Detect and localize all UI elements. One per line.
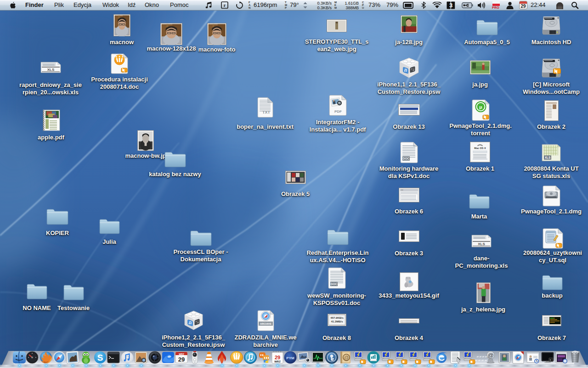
svg-text:r: r: [224, 3, 226, 8]
svg-text:29: 29: [178, 356, 185, 363]
svg-text:Mac OS X: Mac OS X: [474, 147, 486, 150]
svg-text:µ: µ: [479, 104, 482, 109]
svg-text:WRZ: WRZ: [179, 353, 184, 356]
svg-text:XLS: XLS: [478, 242, 485, 246]
svg-text:29: 29: [275, 355, 280, 360]
svg-text:PDF: PDF: [334, 109, 342, 114]
svg-text:@: @: [487, 352, 493, 359]
svg-text:PYM: PYM: [286, 356, 294, 360]
svg-text:TXT: TXT: [262, 110, 271, 115]
svg-text:S: S: [97, 353, 103, 362]
svg-text:ARCHIVE: ARCHIVE: [260, 322, 271, 325]
svg-text:XLS: XLS: [47, 68, 55, 72]
svg-text:3: 3: [449, 2, 452, 9]
svg-text:XLS: XLS: [545, 156, 551, 159]
svg-text:457.9KB/s: 457.9KB/s: [330, 316, 344, 319]
svg-text:DOC: DOC: [331, 282, 338, 286]
svg-text:@: @: [344, 355, 349, 360]
svg-text:WRZ: WRZ: [274, 360, 281, 363]
svg-text:DOC: DOC: [403, 157, 410, 160]
svg-text:41.3MB/s: 41.3MB/s: [331, 320, 343, 323]
